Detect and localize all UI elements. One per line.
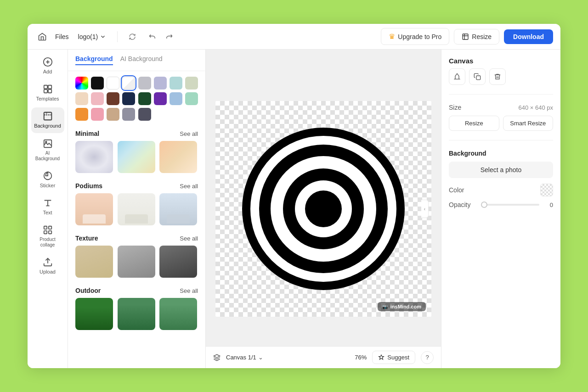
color-swatch-lightblue[interactable]: [170, 92, 182, 105]
podiums-thumbnails: [68, 193, 205, 231]
canvas-tool-paint[interactable]: [449, 68, 465, 85]
color-swatch-darkgray[interactable]: [138, 108, 151, 121]
collage-icon: [43, 225, 53, 235]
plus-icon: [43, 57, 53, 67]
outdoor-see-all[interactable]: See all: [180, 287, 198, 294]
bg-thumb-texture-2[interactable]: [118, 246, 155, 278]
minimal-thumbnails: [68, 141, 205, 179]
size-row: Size 640 × 640 px: [449, 104, 553, 111]
podiums-see-all[interactable]: See all: [180, 183, 198, 190]
color-swatch-peach[interactable]: [75, 92, 88, 105]
opacity-slider[interactable]: [481, 204, 539, 206]
color-swatch-brown[interactable]: [107, 92, 119, 105]
svg-marker-21: [214, 354, 220, 358]
minimal-see-all[interactable]: See all: [180, 130, 198, 137]
select-photo-button[interactable]: Select a photo: [449, 162, 553, 178]
canvas-logo[interactable]: [241, 126, 406, 291]
tab-ai-background[interactable]: AI Background: [120, 55, 163, 65]
color-swatch-mint[interactable]: [185, 92, 198, 105]
color-swatch-pink[interactable]: [91, 92, 104, 105]
upgrade-to-pro-button[interactable]: ♛ Upgrade to Pro: [381, 28, 449, 45]
sidebar-item-templates[interactable]: Templates: [31, 80, 64, 106]
smart-resize-button[interactable]: Smart Resize: [503, 116, 554, 131]
svg-rect-22: [476, 76, 481, 80]
sidebar-item-add[interactable]: Add: [31, 53, 64, 78]
bg-thumb-podium-3[interactable]: [159, 193, 197, 225]
color-preview-swatch[interactable]: [540, 184, 553, 196]
undo-button[interactable]: [145, 29, 160, 44]
bg-thumb-minimal-3[interactable]: [159, 141, 197, 173]
tab-background[interactable]: Background: [75, 55, 113, 65]
sidebar-item-background-label: Background: [34, 123, 61, 129]
sync-button[interactable]: [125, 29, 140, 44]
opacity-label: Opacity: [449, 201, 476, 208]
bg-thumb-outdoor-1[interactable]: [75, 298, 113, 330]
color-swatch-rainbow[interactable]: [75, 77, 88, 90]
bg-thumb-texture-3[interactable]: [159, 246, 197, 278]
texture-see-all[interactable]: See all: [180, 235, 198, 242]
bg-thumb-podium-2[interactable]: [118, 193, 155, 225]
ai-background-icon: [43, 139, 53, 149]
color-swatch-medgray[interactable]: [122, 108, 135, 121]
divider-1: [117, 31, 118, 42]
sidebar-item-sticker[interactable]: Sticker: [31, 167, 64, 192]
color-swatch-purple[interactable]: [154, 92, 167, 105]
bg-thumb-minimal-2[interactable]: [118, 141, 155, 173]
sidebar-item-background[interactable]: Background: [31, 107, 64, 133]
color-swatch-darkgreen[interactable]: [138, 92, 151, 105]
color-swatch-lightpink[interactable]: [91, 108, 104, 121]
divider-3: [449, 140, 553, 140]
background-panel-title: Background: [449, 150, 553, 157]
files-link[interactable]: Files: [55, 33, 69, 40]
svg-rect-10: [44, 226, 46, 229]
size-buttons: Resize Smart Resize: [449, 116, 553, 131]
resize-action-button[interactable]: Resize: [449, 116, 499, 131]
canvas-container[interactable]: 📷 insMind.com: [215, 101, 431, 317]
download-button[interactable]: Download: [504, 29, 553, 44]
file-name-dropdown[interactable]: logo(1): [74, 31, 110, 42]
color-swatch-transparent[interactable]: [122, 77, 135, 90]
templates-icon: [43, 84, 53, 94]
color-swatch-orange[interactable]: [75, 108, 88, 121]
home-button[interactable]: [35, 29, 50, 44]
help-button[interactable]: ?: [421, 351, 434, 364]
bg-thumb-minimal-1[interactable]: [75, 141, 113, 173]
color-swatch-black[interactable]: [91, 77, 104, 90]
canvas-page-chevron[interactable]: ⌄: [258, 354, 263, 361]
color-swatch-tan[interactable]: [107, 108, 119, 121]
color-swatch-lavender[interactable]: [154, 77, 167, 90]
outdoor-thumbnails: [68, 298, 205, 336]
suggest-button[interactable]: Suggest: [372, 351, 415, 364]
canvas-panel-title: Canvas: [449, 57, 553, 65]
opacity-value: 0: [544, 202, 553, 208]
bg-thumb-outdoor-2[interactable]: [118, 298, 155, 330]
sticker-icon: [43, 171, 53, 181]
color-swatch-sage[interactable]: [185, 77, 198, 90]
sidebar-item-text[interactable]: Text: [31, 194, 64, 219]
resize-button[interactable]: Resize: [454, 29, 499, 45]
sidebar-item-upload[interactable]: Upload: [31, 253, 64, 279]
sidebar-item-ai-background[interactable]: AI Background: [31, 135, 64, 165]
color-swatch-lightgray[interactable]: [138, 77, 151, 90]
layers-button[interactable]: [213, 354, 220, 361]
canvas-tool-copy[interactable]: [469, 68, 486, 85]
canvas-area: ‹ 📷: [206, 50, 441, 368]
panel-collapse-handle[interactable]: ‹: [421, 200, 429, 218]
opacity-thumb[interactable]: [481, 202, 487, 208]
sidebar-item-product-collage[interactable]: Product collage: [31, 221, 64, 252]
bg-thumb-podium-1[interactable]: [75, 193, 113, 225]
color-swatch-darknavy[interactable]: [122, 92, 135, 105]
color-swatch-lightcyan[interactable]: [170, 77, 182, 90]
sidebar-item-add-label: Add: [43, 69, 52, 75]
texture-title: Texture: [75, 235, 98, 242]
copy-icon: [474, 73, 481, 80]
opacity-row: Opacity 0: [449, 201, 553, 208]
color-swatch-white[interactable]: [107, 77, 119, 90]
minimal-title: Minimal: [75, 130, 99, 137]
zoom-display: 76%: [355, 354, 367, 361]
bg-thumb-outdoor-3[interactable]: [159, 298, 197, 330]
redo-button[interactable]: [162, 29, 176, 44]
canvas-tool-delete[interactable]: [489, 68, 506, 85]
color-label: Color: [449, 186, 464, 194]
bg-thumb-texture-1[interactable]: [75, 246, 113, 278]
